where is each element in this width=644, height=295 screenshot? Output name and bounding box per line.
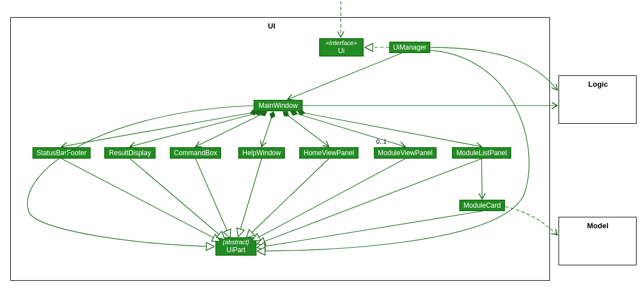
class-helpwindow: HelpWindow (238, 147, 285, 159)
class-uipart-name: UiPart (226, 246, 245, 254)
class-ui-name: Ui (338, 47, 344, 55)
class-modulelistpanel: ModuleListPanel (452, 147, 511, 159)
class-modulecard: ModuleCard (459, 200, 505, 211)
class-homeviewpanel: HomeViewPanel (299, 147, 358, 159)
class-statusbarfooter: StatusBarFooter (32, 147, 91, 159)
class-mainwindow: MainWindow (254, 100, 303, 111)
package-ui-label: UI (268, 22, 275, 30)
package-logic-label: Logic (588, 80, 608, 88)
class-commandbox: CommandBox (170, 147, 221, 159)
stereotype-interface: «Interface» (325, 39, 357, 47)
stereotype-abstract: {abstract} (223, 239, 249, 246)
class-moduleviewpanel: ModuleViewPanel (374, 147, 437, 159)
class-resultdisplay: ResultDisplay (104, 147, 156, 159)
class-uimanager: UiManager (389, 42, 430, 53)
package-model-label: Model (587, 221, 609, 230)
class-uipart: {abstract} UiPart (215, 237, 256, 256)
multiplicity-moduleviewpanel: 0..1 (376, 138, 386, 145)
class-ui-interface: «Interface» Ui (319, 38, 364, 56)
